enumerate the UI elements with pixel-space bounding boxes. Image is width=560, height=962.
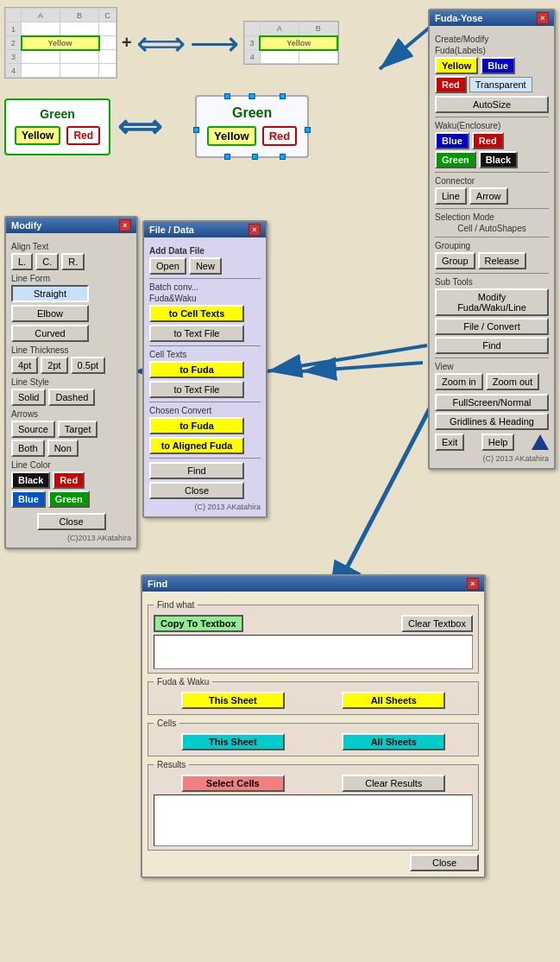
add-data-file-label: Add Data File <box>149 246 261 256</box>
dashed-btn[interactable]: Dashed <box>48 389 95 406</box>
target-btn[interactable]: Target <box>58 421 98 438</box>
waku-green-btn[interactable]: Green <box>435 151 476 168</box>
curved-btn[interactable]: Curved <box>11 325 89 342</box>
file-convert-btn[interactable]: File / Convert <box>435 318 549 335</box>
blue-btn[interactable]: Blue <box>481 57 515 74</box>
modify-title: Modify × <box>6 218 136 233</box>
elbow-btn[interactable]: Elbow <box>11 305 89 322</box>
modify-close-btn[interactable]: Close <box>37 513 106 530</box>
file-data-window: File / Data × Add Data File Open New Bat… <box>142 220 267 518</box>
file-data-title-text: File / Data <box>149 225 194 235</box>
to-fuda-btn2[interactable]: to Fuda <box>149 417 244 434</box>
new-btn[interactable]: New <box>189 257 222 275</box>
zoom-in-btn[interactable]: Zoom in <box>435 373 483 390</box>
fuda-yose-title: Fuda-Yose × <box>430 10 554 26</box>
close-btn-file[interactable]: Close <box>149 482 244 499</box>
open-btn[interactable]: Open <box>149 257 186 275</box>
waku-red-btn[interactable]: Red <box>472 132 504 149</box>
exit-btn[interactable]: Exit <box>435 434 464 451</box>
color-green-btn[interactable]: Green <box>48 490 90 508</box>
batch-convert-label: Batch conv... <box>149 282 261 292</box>
conn-arrow-btn[interactable]: Arrow <box>469 187 508 205</box>
svg-line-3 <box>302 363 423 371</box>
find-what-legend: Find what <box>154 600 198 610</box>
to-text-file-btn[interactable]: to Text File <box>149 325 244 342</box>
svg-line-1 <box>380 26 431 69</box>
color-black-btn[interactable]: Black <box>11 472 50 489</box>
this-sheet-fuda-btn[interactable]: This Sheet <box>181 692 285 709</box>
file-data-close[interactable]: × <box>249 224 261 236</box>
find-btn-file[interactable]: Find <box>149 462 244 479</box>
yellow-btn[interactable]: Yellow <box>435 57 478 74</box>
align-c-btn[interactable]: C. <box>35 253 59 270</box>
to-cell-texts-btn[interactable]: to Cell Texts <box>149 305 244 322</box>
red-btn[interactable]: Red <box>435 76 467 93</box>
find-title-text: Find <box>148 579 167 589</box>
gridlines-btn[interactable]: Gridlines & Heading <box>435 413 549 430</box>
fullscreen-btn[interactable]: FullScreen/Normal <box>435 394 549 411</box>
line-form-label: Line Form <box>11 274 131 283</box>
file-data-copyright: (C) 2013 AKatahira <box>149 503 261 511</box>
to-fuda-btn[interactable]: to Fuda <box>149 361 244 378</box>
this-sheet-cells-btn[interactable]: This Sheet <box>181 733 285 750</box>
zoom-out-btn[interactable]: Zoom out <box>486 373 539 390</box>
find-close-btn[interactable]: Close <box>410 854 479 871</box>
spreadsheet-1: A B C 1 2 Yellow 3 4 <box>4 7 117 79</box>
non-btn[interactable]: Non <box>47 440 79 457</box>
4pt-btn[interactable]: 4pt <box>11 357 38 374</box>
color-red-btn[interactable]: Red <box>53 472 85 489</box>
waku-label: Waku(Enclosure) <box>435 121 549 130</box>
find-window: Find × Find what Copy To Textbox Clear T… <box>141 574 486 878</box>
svg-line-2 <box>267 345 427 371</box>
color-blue-btn[interactable]: Blue <box>11 490 46 508</box>
svg-line-4 <box>328 389 440 604</box>
find-btn-fuda[interactable]: Find <box>435 337 549 354</box>
results-area <box>154 794 473 846</box>
modify-fuda-btn[interactable]: Modify Fuda/Waku/Line <box>435 288 549 316</box>
clear-results-btn[interactable]: Clear Results <box>342 775 445 792</box>
transparent-btn[interactable]: Transparent <box>469 77 532 92</box>
copy-to-textbox-btn[interactable]: Copy To Textbox <box>154 615 243 632</box>
straight-btn[interactable]: Straight <box>11 285 89 302</box>
group-btn[interactable]: Group <box>435 252 475 269</box>
fuda-preview-right: Green Yellow Red <box>195 95 309 158</box>
cell-yellow-1: Yellow <box>22 36 99 50</box>
spreadsheet-2: A B 3 Yellow 4 <box>243 21 340 65</box>
autosize-btn[interactable]: AutoSize <box>435 96 549 113</box>
col-a2: A <box>260 22 299 36</box>
waku-blue-btn[interactable]: Blue <box>435 132 469 149</box>
conn-line-btn[interactable]: Line <box>435 187 467 205</box>
align-l-btn[interactable]: L. <box>11 253 33 270</box>
to-text-file-btn2[interactable]: to Text File <box>149 381 244 398</box>
fuda-yose-close[interactable]: × <box>537 12 549 24</box>
find-close[interactable]: × <box>467 578 479 590</box>
find-text-input[interactable] <box>154 635 473 669</box>
to-aligned-fuda-btn[interactable]: to Aligned Fuda <box>149 437 244 454</box>
fuda-red-right: Red <box>262 126 298 146</box>
cells-fieldset: Cells This Sheet All Sheets <box>148 718 479 756</box>
both-btn[interactable]: Both <box>11 440 45 457</box>
2pt-btn[interactable]: 2pt <box>41 357 67 374</box>
05pt-btn[interactable]: 0.5pt <box>71 357 105 374</box>
fuda-yellow-right: Yellow <box>207 126 255 146</box>
help-btn[interactable]: Help <box>481 434 515 451</box>
solid-btn[interactable]: Solid <box>11 389 46 406</box>
cell-autoshapes-label: Cell / AutoShapes <box>435 224 549 233</box>
select-cells-btn[interactable]: Select Cells <box>181 775 285 792</box>
triangle-icon <box>532 434 549 450</box>
release-btn[interactable]: Release <box>478 252 526 269</box>
fuda-waku-fieldset: Fuda & Waku This Sheet All Sheets <box>148 677 479 715</box>
spreadsheet-area: A B C 1 2 Yellow 3 4 + ⟺ ⟶ <box>4 7 339 79</box>
clear-textbox-btn[interactable]: Clear Textbox <box>401 615 473 632</box>
align-r-btn[interactable]: R. <box>61 253 85 270</box>
modify-close[interactable]: × <box>119 219 131 231</box>
all-sheets-cells-btn[interactable]: All Sheets <box>342 733 445 750</box>
view-label: View <box>435 362 549 371</box>
chosen-convert-label: Chosen Convert <box>149 406 261 415</box>
modify-title-text: Modify <box>11 220 41 231</box>
line-color-label: Line Color <box>11 460 131 470</box>
waku-black-btn[interactable]: Black <box>479 151 518 168</box>
cell-yellow-2: Yellow <box>260 36 337 50</box>
all-sheets-fuda-btn[interactable]: All Sheets <box>342 692 445 709</box>
source-btn[interactable]: Source <box>11 421 55 438</box>
